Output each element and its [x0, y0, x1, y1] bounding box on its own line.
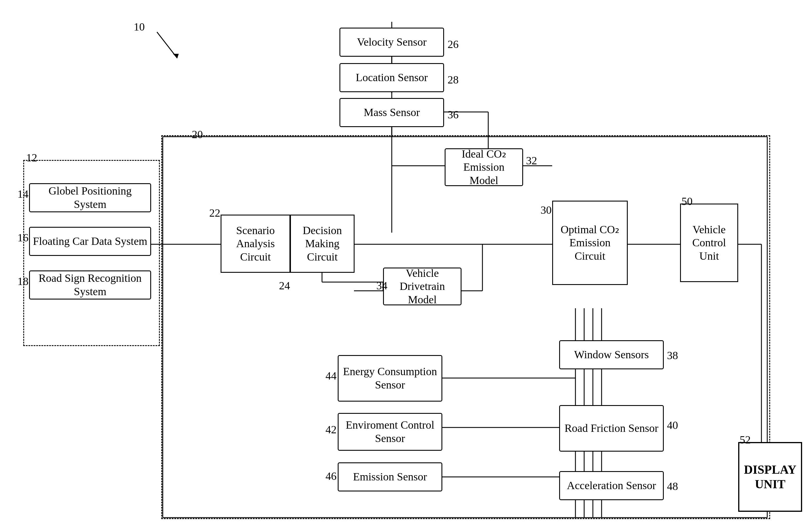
global-positioning-box: Globel Positioning System	[29, 183, 151, 212]
ref-20-label: 20	[192, 128, 203, 141]
vehicle-control-box: Vehicle Control Unit	[680, 204, 738, 282]
floating-car-box: Floating Car Data System	[29, 227, 151, 256]
location-sensor-box: Location Sensor	[339, 63, 444, 92]
energy-consumption-box: Energy Consumption Sensor	[338, 355, 442, 402]
ref-42-label: 42	[325, 423, 336, 436]
system-20-box	[161, 135, 770, 519]
ref-30-label: 30	[540, 204, 552, 216]
scenario-analysis-box: Scenario Analysis Circuit	[221, 214, 290, 273]
ref-32-label: 32	[526, 154, 537, 167]
ref-16-label: 16	[17, 231, 28, 244]
mass-sensor-box: Mass Sensor	[339, 98, 444, 127]
ref-50-label: 50	[682, 195, 693, 208]
environment-control-box: Enviroment Control Sensor	[338, 413, 442, 451]
ref-38-label: 38	[667, 349, 678, 362]
decision-making-box: Decision Making Circuit	[290, 214, 354, 273]
road-sign-box: Road Sign Recognition System	[29, 270, 151, 299]
ref-44-label: 44	[325, 369, 336, 382]
emission-sensor-box: Emission Sensor	[338, 462, 442, 491]
optimal-co2-box: Optimal CO₂ Emission Circuit	[552, 201, 628, 285]
ref-48-label: 48	[667, 480, 678, 493]
ref-52-label: 52	[740, 433, 751, 446]
velocity-sensor-box: Velocity Sensor	[339, 28, 444, 57]
road-friction-box: Road Friction Sensor	[559, 405, 664, 452]
ideal-co2-box: Ideal CO₂ Emission Model	[445, 148, 523, 186]
acceleration-sensor-box: Acceleration Sensor	[559, 471, 664, 500]
ref-36-label: 36	[448, 108, 459, 121]
ref-22-label: 22	[209, 207, 220, 219]
ref-46-label: 46	[325, 470, 336, 483]
ref-12-label: 12	[26, 151, 37, 164]
window-sensors-box: Window Sensors	[559, 340, 664, 369]
ref-10-label: 10	[134, 20, 145, 33]
ref-18-label: 18	[17, 275, 28, 288]
ref-24-label: 24	[279, 279, 290, 292]
ref-26-label: 26	[448, 38, 459, 51]
display-unit-box: DISPLAY UNIT	[738, 442, 802, 512]
ref-34-label: 34	[376, 279, 387, 292]
ref-14-label: 14	[17, 187, 28, 200]
ref-40-label: 40	[667, 419, 678, 432]
ref-28-label: 28	[448, 73, 459, 86]
svg-line-0	[157, 32, 177, 58]
svg-marker-1	[173, 54, 179, 58]
vehicle-drivetrain-box: Vehicle Drivetrain Model	[383, 267, 462, 305]
